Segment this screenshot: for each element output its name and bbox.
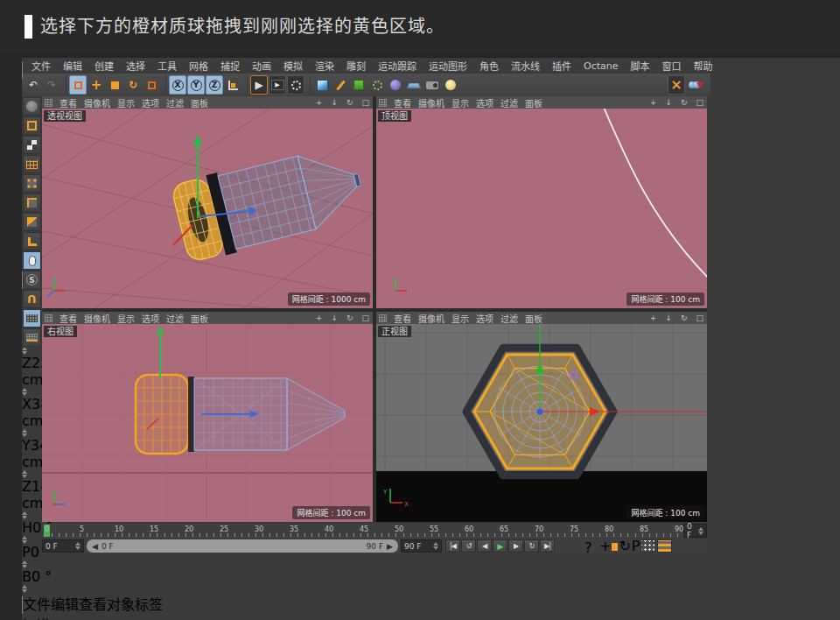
step-up[interactable] — [22, 511, 27, 515]
step-up[interactable] — [22, 388, 27, 391]
viewport-label[interactable]: 顶视图 — [378, 110, 411, 122]
viewport-menu-item[interactable]: 摄像机 — [418, 312, 444, 325]
play-button[interactable]: ▶ — [493, 539, 508, 553]
move-button[interactable]: + — [88, 75, 105, 95]
floor-button[interactable] — [405, 75, 423, 95]
pan-icon[interactable]: + — [315, 314, 324, 322]
stepper-icon[interactable] — [698, 527, 704, 535]
maximize-icon[interactable]: □ — [695, 314, 704, 322]
generators-button[interactable] — [368, 75, 386, 95]
rotation-value-field[interactable]: 0 ° — [32, 568, 52, 585]
panel-menu-icon[interactable] — [22, 596, 23, 614]
viewport-menu-item[interactable]: 摄像机 — [84, 312, 110, 325]
front-canvas[interactable]: Y X — [376, 324, 707, 522]
viewport-solo-button[interactable] — [23, 251, 41, 270]
viewport-menu-item[interactable]: 显示 — [117, 96, 135, 109]
viewport-menu-item[interactable]: 过滤 — [500, 96, 518, 109]
dolly-icon[interactable]: ↓ — [664, 98, 673, 107]
menu-item[interactable]: 编辑 — [57, 59, 88, 73]
key-selection-button[interactable]: ? — [584, 539, 598, 553]
scroll-left-arrow[interactable]: ◀ — [92, 542, 98, 551]
subdivide-button[interactable] — [350, 75, 368, 95]
viewport-menu-item[interactable]: 摄像机 — [84, 96, 110, 109]
prev-frame-button[interactable]: ◀ — [477, 539, 492, 553]
axis-x-button[interactable]: X — [169, 75, 186, 95]
viewport-menu-item[interactable]: 查看 — [394, 96, 411, 109]
record-position-button[interactable]: + — [599, 538, 611, 554]
pan-icon[interactable]: + — [649, 98, 658, 107]
layout-spheres-button[interactable] — [687, 75, 704, 95]
rotate-icon[interactable]: ↻ — [680, 98, 689, 107]
menu-item[interactable]: 文件 — [25, 59, 57, 73]
menu-item[interactable]: 捕捉 — [214, 59, 246, 73]
axis-z-button[interactable]: Z — [206, 75, 223, 95]
loop-button[interactable]: ↺ — [461, 539, 476, 553]
stepper-icon[interactable] — [433, 542, 438, 550]
menu-item[interactable]: Octane — [578, 60, 625, 72]
polygons-button[interactable] — [23, 213, 41, 231]
object-row[interactable]: 扫描 1✓ — [22, 614, 840, 620]
object-menu-item[interactable]: 标签 — [135, 596, 163, 613]
deformer-button[interactable] — [387, 75, 404, 95]
viewport-menu-item[interactable]: 面板 — [191, 312, 208, 325]
perspective-canvas[interactable] — [42, 109, 373, 308]
dolly-icon[interactable]: ↓ — [330, 98, 339, 107]
panel-menu-icon[interactable] — [379, 314, 387, 322]
camera-button[interactable] — [424, 75, 441, 95]
menu-item[interactable]: 创建 — [88, 59, 120, 73]
panel-menu-icon[interactable] — [379, 99, 387, 107]
planar-workplane-button[interactable] — [23, 328, 41, 347]
lock-workplane-button[interactable] — [23, 309, 41, 328]
top-canvas[interactable] — [376, 109, 707, 308]
maximize-icon[interactable]: □ — [695, 98, 704, 107]
dolly-icon[interactable]: ↓ — [664, 314, 673, 322]
menu-item[interactable]: 模拟 — [277, 59, 309, 73]
step-up[interactable] — [22, 536, 27, 539]
scale-button[interactable] — [106, 75, 123, 95]
current-frame-field[interactable]: 0 F — [683, 524, 707, 538]
step-up[interactable] — [22, 429, 27, 433]
goto-end-button[interactable]: ▶| — [540, 539, 555, 553]
object-menu-item[interactable]: 查看 — [79, 596, 107, 613]
viewport-menu-item[interactable]: 选项 — [476, 96, 494, 109]
scroll-right-arrow[interactable]: ▶ — [387, 542, 393, 551]
menu-item[interactable]: 运动图形 — [423, 59, 473, 73]
menu-item[interactable]: 角色 — [473, 59, 505, 73]
render-settings-button[interactable] — [287, 75, 304, 95]
viewport-menu-item[interactable]: 查看 — [60, 312, 77, 325]
layout-arrows-button[interactable]: × — [668, 75, 685, 95]
stepper-icon[interactable] — [22, 585, 63, 593]
viewport-menu-item[interactable]: 查看 — [60, 96, 77, 109]
step-up[interactable] — [22, 585, 27, 588]
autokey-button[interactable] — [570, 539, 584, 553]
record-rotation-button[interactable]: ↻ — [619, 538, 630, 554]
viewport-menu-item[interactable]: 显示 — [117, 312, 135, 325]
object-menu-item[interactable]: 文件 — [23, 596, 51, 613]
menu-item[interactable]: 窗口 — [656, 59, 688, 73]
pan-icon[interactable]: + — [649, 314, 658, 322]
menu-item[interactable]: 选择 — [120, 59, 151, 73]
record-scale-button[interactable] — [612, 538, 618, 554]
goto-start-button[interactable]: |◀ — [445, 539, 460, 553]
axis-button[interactable] — [23, 232, 41, 250]
maximize-icon[interactable]: □ — [360, 98, 370, 107]
menu-item[interactable]: 工具 — [151, 59, 183, 73]
viewport-menu-item[interactable]: 过滤 — [166, 312, 184, 325]
cycle-button[interactable]: ↻ — [524, 539, 539, 553]
render-picture-button[interactable]: ▶ — [269, 75, 286, 95]
viewport-top[interactable]: 查看摄像机显示选项过滤面板+↓↻□ 顶视图 网格间距 : 100 cm — [376, 96, 707, 308]
viewport-menu-item[interactable]: 查看 — [394, 312, 411, 325]
snap-button[interactable]: S — [23, 271, 41, 289]
rotate-icon[interactable]: ↻ — [346, 98, 354, 107]
viewport-menu-item[interactable]: 面板 — [525, 96, 542, 109]
object-menu-item[interactable]: 编辑 — [51, 596, 79, 613]
model-button[interactable] — [23, 116, 41, 135]
viewport-label[interactable]: 透视视图 — [44, 110, 86, 122]
record-pla-button[interactable] — [640, 539, 655, 553]
live-selection-button[interactable] — [69, 75, 87, 95]
menu-item[interactable]: 网格 — [183, 59, 214, 73]
pen-button[interactable] — [332, 75, 349, 95]
menu-item[interactable]: 脚本 — [625, 59, 656, 73]
right-canvas[interactable] — [42, 324, 373, 522]
sculpt-button[interactable] — [23, 97, 41, 116]
